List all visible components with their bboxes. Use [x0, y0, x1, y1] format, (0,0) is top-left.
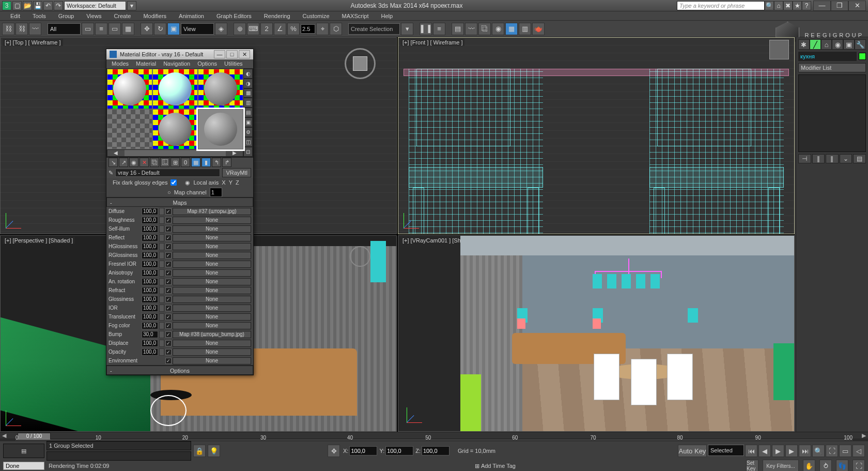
spinner-icon[interactable] — [159, 217, 164, 224]
material-editor-icon[interactable]: ◉ — [492, 23, 504, 35]
named-selection-input[interactable]: Create Selection Se — [348, 23, 400, 35]
new-icon[interactable]: ▢ — [12, 1, 22, 10]
video-check-icon[interactable]: ▤ — [243, 108, 253, 117]
material-name-input[interactable] — [115, 169, 220, 177]
selection-filter-dropdown[interactable]: All — [48, 23, 81, 35]
map-slot-button[interactable]: None — [173, 225, 251, 233]
mat-menu-item[interactable]: Utilities — [221, 59, 245, 68]
spinner-icon[interactable] — [159, 340, 164, 347]
scale-icon[interactable]: ▣ — [167, 23, 180, 35]
nav-pan-icon[interactable]: ✋ — [803, 460, 815, 471]
snap-percent-icon[interactable]: % — [287, 23, 300, 35]
lock-selection-icon[interactable]: 🔒 — [193, 445, 206, 457]
spinner-icon[interactable] — [159, 269, 164, 277]
nav-fov-icon[interactable]: ◁ — [853, 445, 865, 457]
viewport-front[interactable]: [+] [Front ] [ Wireframe ] — [398, 37, 795, 234]
sample-type-icon[interactable]: ◐ — [243, 69, 253, 79]
map-amount-input[interactable]: 100,0 — [142, 313, 158, 321]
nav-zoomext-icon[interactable]: ⛶ — [826, 445, 838, 457]
schematic-view-icon[interactable]: ⿻ — [478, 23, 491, 35]
map-slot-button[interactable]: None — [173, 305, 251, 312]
map-enable-checkbox[interactable]: ✓ — [165, 323, 172, 329]
subscription-icon[interactable]: ⌂ — [774, 1, 783, 10]
map-enable-checkbox[interactable]: ✓ — [165, 340, 172, 346]
make-unique-icon[interactable]: ‖ — [826, 154, 839, 163]
axis-y-button[interactable]: Y — [229, 179, 233, 186]
render-setup-icon[interactable]: ▦ — [505, 23, 518, 35]
map-amount-input[interactable]: 100,0 — [142, 269, 158, 277]
steering-wheel-icon[interactable] — [350, 246, 370, 267]
spinner-icon[interactable] — [159, 252, 164, 259]
map-slot-button[interactable]: None — [173, 278, 251, 285]
keyboard-shortcut-icon[interactable]: ⌨ — [247, 23, 259, 35]
get-material-icon[interactable]: ↘ — [109, 158, 118, 167]
axis-z-button[interactable]: Z — [236, 179, 239, 186]
map-enable-checkbox[interactable]: ✓ — [165, 287, 172, 294]
material-slot[interactable] — [152, 109, 198, 149]
spinner-icon[interactable] — [159, 331, 164, 338]
material-editor-window[interactable]: Material Editor - vray 16 - Default — □ … — [106, 49, 254, 375]
help-search-input[interactable]: Type a keyword or phrase — [677, 1, 765, 10]
sample-uv-icon[interactable]: ▥ — [243, 98, 253, 108]
spinner-icon[interactable] — [159, 348, 164, 356]
minimize-button[interactable]: — — [813, 1, 831, 11]
menu-item[interactable]: Tools — [27, 12, 51, 20]
make-preview-icon[interactable]: ▣ — [243, 117, 253, 127]
spinner-icon[interactable] — [159, 208, 164, 215]
prev-frame-icon[interactable]: ◀ — [758, 445, 771, 457]
app-menu-icon[interactable]: 3 — [2, 1, 11, 10]
workspace-dropdown[interactable]: Workspace: Default — [64, 1, 126, 10]
menu-item[interactable]: Views — [81, 12, 106, 20]
restore-button[interactable]: ❐ — [831, 1, 848, 11]
coord-x-input[interactable] — [349, 446, 377, 455]
object-name-input[interactable]: кухня — [798, 52, 857, 61]
material-editor-titlebar[interactable]: Material Editor - vray 16 - Default — □ … — [106, 49, 253, 59]
manipulate-icon[interactable]: ⊕ — [234, 23, 246, 35]
workspace-arrow-icon[interactable]: ▾ — [127, 1, 136, 10]
rect-region-icon[interactable]: ▭ — [109, 23, 121, 35]
next-frame-icon[interactable]: ▶ — [785, 445, 798, 457]
select-icon[interactable]: ▭ — [82, 23, 94, 35]
viewport-camera[interactable]: [+] [VRayCam001 ] [Shaded ] — [398, 235, 795, 432]
time-slider-handle[interactable]: 0 / 100 — [18, 433, 51, 440]
map-enable-checkbox[interactable]: ✓ — [165, 305, 172, 311]
goto-start-icon[interactable]: ⏮ — [745, 445, 757, 457]
map-slot-button[interactable]: None — [173, 261, 251, 268]
map-enable-checkbox[interactable]: ✓ — [165, 208, 172, 215]
spinner-icon[interactable] — [159, 313, 164, 321]
map-enable-checkbox[interactable]: ✓ — [165, 314, 172, 320]
map-slot-button[interactable]: None — [173, 243, 251, 250]
map-slot-button[interactable]: None — [173, 322, 251, 329]
map-amount-input[interactable]: 100,0 — [142, 252, 158, 259]
exchange-icon[interactable]: ✖ — [783, 1, 793, 10]
redo-icon[interactable]: ↷ — [54, 1, 63, 10]
hierarchy-tab-icon[interactable]: ⌂ — [821, 39, 832, 50]
help-icon[interactable]: ? — [802, 1, 811, 10]
slot-scrollbar-h[interactable]: ◀▶ — [107, 149, 243, 157]
render-frame-icon[interactable]: ▥ — [519, 23, 531, 35]
map-amount-input[interactable]: 100,0 — [142, 296, 158, 303]
menu-item[interactable]: MAXScript — [337, 12, 374, 20]
pivot-center-icon[interactable]: ◈ — [215, 23, 227, 35]
background-icon[interactable]: ▦ — [243, 88, 253, 98]
reset-map-icon[interactable]: ✕ — [140, 158, 149, 167]
material-slot[interactable] — [107, 69, 152, 109]
backlight-icon[interactable]: ◑ — [243, 79, 253, 88]
pin-stack-icon[interactable]: ⊣ — [798, 154, 811, 163]
material-slot[interactable] — [107, 109, 152, 149]
snap3d-icon[interactable]: ⬡ — [330, 23, 342, 35]
make-copy-icon[interactable]: ⿻ — [150, 158, 159, 167]
close-button[interactable]: ✕ — [848, 1, 866, 11]
remove-mod-icon[interactable]: ⌄ — [840, 154, 853, 163]
map-slot-button[interactable]: None — [173, 287, 251, 294]
move-icon[interactable]: ✥ — [141, 23, 153, 35]
viewport-label[interactable]: [+] [Perspective ] [Shaded ] — [3, 237, 75, 244]
save-icon[interactable]: 💾 — [33, 1, 42, 10]
map-enable-checkbox[interactable]: ✓ — [165, 358, 172, 364]
isolate-icon[interactable]: 💡 — [208, 445, 220, 457]
assign-to-sel-icon[interactable]: ◉ — [129, 158, 138, 167]
map-slot-button[interactable]: None — [173, 296, 251, 303]
spinner-icon[interactable] — [159, 322, 164, 329]
bind-space-warp-icon[interactable]: 〰 — [29, 23, 41, 35]
snap-icon[interactable]: ⌖ — [316, 23, 329, 35]
